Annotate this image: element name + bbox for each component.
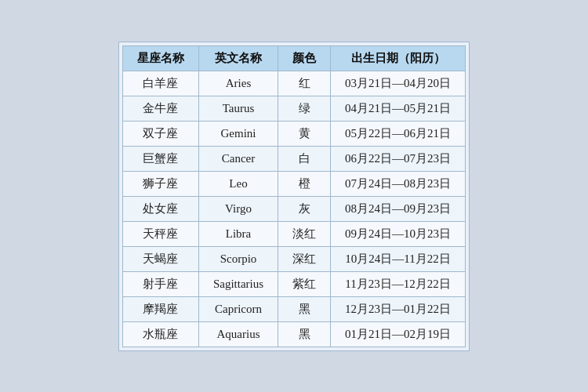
cell-color: 红 [278, 71, 331, 96]
cell-english: Cancer [198, 146, 278, 171]
cell-chinese: 天蝎座 [122, 246, 198, 271]
cell-english: Scorpio [198, 246, 278, 271]
cell-chinese: 天秤座 [122, 221, 198, 246]
cell-english: Aquarius [198, 321, 278, 347]
cell-dates: 03月21日—04月20日 [331, 71, 466, 96]
table-row: 狮子座Leo橙07月24日—08月23日 [122, 171, 465, 196]
cell-dates: 05月22日—06月21日 [331, 121, 466, 146]
col-header-english: 英文名称 [198, 45, 278, 71]
table-body: 白羊座Aries红03月21日—04月20日金牛座Taurus绿04月21日—0… [122, 71, 465, 347]
table-row: 双子座Gemini黄05月22日—06月21日 [122, 121, 465, 146]
zodiac-table: 星座名称 英文名称 颜色 出生日期（阳历） 白羊座Aries红03月21日—04… [122, 45, 466, 347]
cell-color: 淡红 [278, 221, 331, 246]
cell-chinese: 狮子座 [122, 171, 198, 196]
table-row: 摩羯座Capricorn黑12月23日—01月22日 [122, 296, 465, 321]
table-row: 巨蟹座Cancer白06月22日—07月23日 [122, 146, 465, 171]
table-row: 天蝎座Scorpio深红10月24日—11月22日 [122, 246, 465, 271]
cell-color: 灰 [278, 196, 331, 221]
cell-color: 黑 [278, 321, 331, 347]
cell-chinese: 巨蟹座 [122, 146, 198, 171]
cell-color: 绿 [278, 96, 331, 121]
cell-color: 紫红 [278, 271, 331, 296]
cell-english: Aries [198, 71, 278, 96]
cell-english: Libra [198, 221, 278, 246]
cell-chinese: 水瓶座 [122, 321, 198, 347]
cell-dates: 06月22日—07月23日 [331, 146, 466, 171]
cell-dates: 01月21日—02月19日 [331, 321, 466, 347]
table-row: 天秤座Libra淡红09月24日—10月23日 [122, 221, 465, 246]
cell-dates: 09月24日—10月23日 [331, 221, 466, 246]
cell-chinese: 白羊座 [122, 71, 198, 96]
cell-english: Taurus [198, 96, 278, 121]
cell-dates: 10月24日—11月22日 [331, 246, 466, 271]
cell-chinese: 双子座 [122, 121, 198, 146]
cell-color: 深红 [278, 246, 331, 271]
table-row: 射手座Sagittarius紫红11月23日—12月22日 [122, 271, 465, 296]
cell-chinese: 射手座 [122, 271, 198, 296]
cell-chinese: 金牛座 [122, 96, 198, 121]
cell-english: Capricorn [198, 296, 278, 321]
col-header-color: 颜色 [278, 45, 331, 71]
cell-english: Leo [198, 171, 278, 196]
table-header-row: 星座名称 英文名称 颜色 出生日期（阳历） [122, 45, 465, 71]
cell-color: 白 [278, 146, 331, 171]
table-row: 处女座Virgo灰08月24日—09月23日 [122, 196, 465, 221]
table-row: 金牛座Taurus绿04月21日—05月21日 [122, 96, 465, 121]
zodiac-table-container: 星座名称 英文名称 颜色 出生日期（阳历） 白羊座Aries红03月21日—04… [118, 42, 470, 351]
cell-dates: 08月24日—09月23日 [331, 196, 466, 221]
table-row: 白羊座Aries红03月21日—04月20日 [122, 71, 465, 96]
cell-english: Sagittarius [198, 271, 278, 296]
cell-dates: 11月23日—12月22日 [331, 271, 466, 296]
col-header-dates: 出生日期（阳历） [331, 45, 466, 71]
col-header-chinese: 星座名称 [122, 45, 198, 71]
cell-english: Gemini [198, 121, 278, 146]
cell-english: Virgo [198, 196, 278, 221]
cell-chinese: 摩羯座 [122, 296, 198, 321]
cell-dates: 12月23日—01月22日 [331, 296, 466, 321]
cell-color: 黑 [278, 296, 331, 321]
table-row: 水瓶座Aquarius黑01月21日—02月19日 [122, 321, 465, 347]
cell-dates: 07月24日—08月23日 [331, 171, 466, 196]
cell-dates: 04月21日—05月21日 [331, 96, 466, 121]
cell-color: 橙 [278, 171, 331, 196]
cell-color: 黄 [278, 121, 331, 146]
cell-chinese: 处女座 [122, 196, 198, 221]
